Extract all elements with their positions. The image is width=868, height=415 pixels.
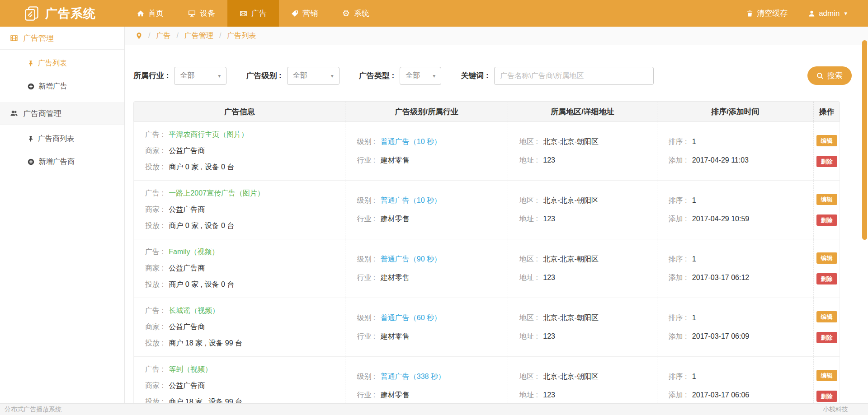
deploy-label: 投放 : [145,280,164,288]
level-select[interactable]: 全部 ▾ [287,67,340,85]
search-button-label: 搜索 [827,70,843,81]
sidebar-section-advertiser-management[interactable]: 广告商管理 [0,102,124,125]
ad-name-link[interactable]: 等到（视频） [169,365,212,373]
delete-button[interactable]: 删除 [816,214,837,226]
level-link[interactable]: 普通广告（10 秒） [381,196,441,204]
table-body: 广告 : 平潭农商行主页（图片） 商家 : 公益广告商 投放 : 商户 0 家 … [133,122,840,403]
ad-label: 广告 : [145,307,164,314]
main-content: 所属行业 : 全部 ▾ 广告级别 : 全部 ▾ 广告类型 : 全部 ▾ 关键词 … [125,45,868,403]
chevron-down-icon: ▾ [218,73,221,79]
region-label: 地区 : [519,255,538,263]
level-link[interactable]: 普通广告（60 秒） [381,314,441,322]
industry-label: 行业 : [357,391,375,399]
delete-button[interactable]: 删除 [816,156,837,167]
cell-sort-time: 排序 : 1 添加 : 2017-03-17 06:12 [657,239,814,298]
address-value: 123 [543,391,555,399]
edit-button[interactable]: 编辑 [816,311,837,322]
search-button[interactable]: 搜索 [807,66,852,85]
region-value: 北京-北京-朝阳区 [543,255,599,263]
industry-value: 建材零售 [381,274,410,281]
merchant-label: 商家 : [145,147,164,154]
industry-value: 建材零售 [381,215,410,223]
cell-actions: 编辑 删除 [813,298,840,356]
ad-name-link[interactable]: 平潭农商行主页（图片） [169,131,248,138]
cell-region-address: 地区 : 北京-北京-朝阳区 地址 : 123 [508,181,657,239]
user-menu[interactable]: admin ▾ [808,9,847,18]
merchant-value: 公益广告商 [169,264,205,272]
film-icon [10,34,18,42]
col-header-actions: 操作 [813,102,840,121]
address-label: 地址 : [519,332,538,340]
plus-circle-icon [28,159,34,165]
ad-label: 广告 : [145,365,164,373]
delete-button[interactable]: 删除 [816,332,837,343]
industry-select[interactable]: 全部 ▾ [174,67,226,85]
user-icon [808,10,815,17]
type-select[interactable]: 全部 ▾ [400,67,441,85]
sidebar-item-new-advertiser[interactable]: 新增广告商 [0,150,124,173]
level-link[interactable]: 普通广告（10 秒） [381,138,441,145]
breadcrumb: / 广告 / 广告管理 / 广告列表 [125,27,868,45]
edit-button[interactable]: 编辑 [816,194,837,205]
added-value: 2017-03-17 06:09 [692,332,749,340]
ad-name-link[interactable]: 一路上2007宣传广告（图片） [169,189,264,197]
plus-circle-icon [28,83,34,90]
added-label: 添加 : [669,215,687,223]
sidebar-item-ad-list[interactable]: 广告列表 [0,52,124,75]
pin-icon [28,60,34,67]
nav-item-ads[interactable]: 广告 [227,0,279,27]
edit-button[interactable]: 编辑 [816,252,837,264]
sidebar-item-new-ad[interactable]: 新增广告 [0,75,124,98]
level-link[interactable]: 普通广告（90 秒） [381,255,441,263]
delete-button[interactable]: 删除 [816,273,837,284]
cell-region-address: 地区 : 北京-北京-朝阳区 地址 : 123 [508,298,657,356]
ad-name-link[interactable]: Family（视频） [169,248,219,256]
keyword-input[interactable] [494,67,654,85]
footer-vendor-name: 小栈科技 [823,406,848,414]
keyword-label: 关键词 : [461,70,488,81]
industry-label: 行业 : [357,215,375,223]
sort-label: 排序 : [669,138,687,145]
cell-sort-time: 排序 : 1 添加 : 2017-04-29 10:59 [657,181,814,239]
sort-value: 1 [692,255,696,263]
address-label: 地址 : [519,274,538,281]
edit-button[interactable]: 编辑 [816,370,837,381]
delete-button[interactable]: 删除 [816,391,837,402]
cell-ad-info: 广告 : 一路上2007宣传广告（图片） 商家 : 公益广告商 投放 : 商户 … [134,181,345,239]
nav-item-home[interactable]: 首页 [125,0,176,27]
nav-item-marketing[interactable]: 营销 [279,0,330,27]
level-link[interactable]: 普通广告（338 秒） [381,373,445,380]
cell-level-industry: 级别 : 普通广告（60 秒） 行业 : 建材零售 [345,298,508,356]
sidebar-section-ad-management[interactable]: 广告管理 [0,27,124,50]
trash-icon [746,10,753,17]
nav-item-system[interactable]: ⚙ 系统 [330,0,382,27]
nav-item-devices[interactable]: 设备 [176,0,227,27]
clear-cache-button[interactable]: 清空缓存 [746,8,788,19]
address-label: 地址 : [519,156,538,164]
brand[interactable]: 广告系统 [0,0,125,27]
merchant-label: 商家 : [145,323,164,331]
deploy-value: 商户 0 家 , 设备 0 台 [169,163,234,171]
breadcrumb-current-ad-list[interactable]: 广告列表 [227,31,256,41]
added-value: 2017-04-29 10:59 [692,215,749,223]
page-scrollbar-thumb[interactable] [862,40,867,240]
cell-level-industry: 级别 : 普通广告（90 秒） 行业 : 建材零售 [345,239,508,298]
top-navbar: 广告系统 首页 设备 广告 营销 ⚙ 系 [0,0,868,27]
added-label: 添加 : [669,156,687,164]
address-value: 123 [543,215,555,223]
breadcrumb-separator: / [219,32,221,40]
sidebar-item-advertiser-list[interactable]: 广告商列表 [0,127,124,150]
level-filter-label: 广告级别 : [246,70,281,81]
breadcrumb-link-ads[interactable]: 广告 [156,31,170,41]
breadcrumb-link-ad-management[interactable]: 广告管理 [184,31,213,41]
filter-bar: 所属行业 : 全部 ▾ 广告级别 : 全部 ▾ 广告类型 : 全部 ▾ 关键词 … [133,66,868,85]
home-icon [137,10,144,17]
ad-name-link[interactable]: 长城谣（视频） [169,307,219,314]
cell-region-address: 地区 : 北京-北京-朝阳区 地址 : 123 [508,239,657,298]
sidebar-group-advertisers: 广告商列表 新增广告商 [0,125,124,177]
deploy-label: 投放 : [145,163,164,171]
sort-value: 1 [692,138,696,145]
added-value: 2017-03-17 06:12 [692,274,749,281]
edit-button[interactable]: 编辑 [816,135,837,146]
address-value: 123 [543,156,555,164]
